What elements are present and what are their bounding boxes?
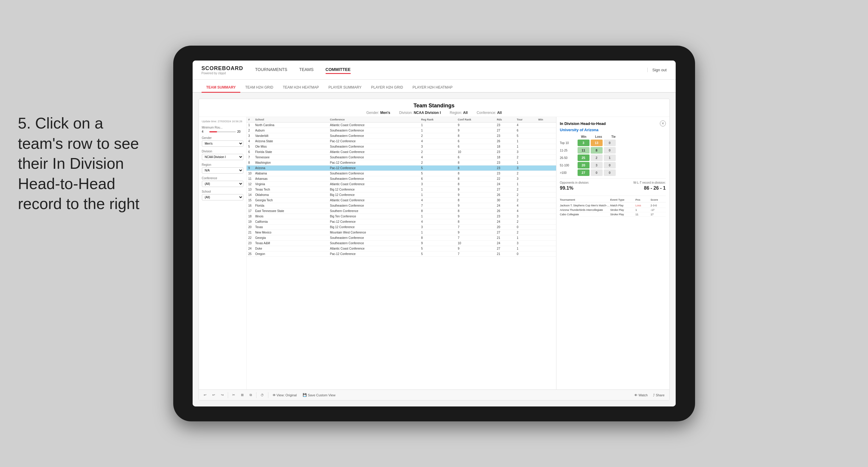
table-row[interactable]: 2 Auburn Southeastern Conference 1 9 27 …: [247, 128, 556, 133]
table-row[interactable]: 19 California Pac-12 Conference 4 8 24 2: [247, 219, 556, 224]
cell-conf-rank: 8: [456, 182, 495, 187]
cell-conf-rank: 7: [456, 224, 495, 230]
cell-conf-rank: 8: [456, 165, 495, 171]
filter-sidebar-division-select[interactable]: NCAA Division I NCAA Division II NCAA Di…: [202, 154, 243, 160]
filter-sidebar-gender-select[interactable]: Men's Women's: [202, 141, 243, 147]
save-custom-button[interactable]: 💾 Save Custom View: [301, 393, 337, 398]
sub-tab-team-h2h-grid[interactable]: TEAM H2H GRID: [240, 83, 278, 93]
share-button[interactable]: ⤴ Share: [651, 393, 666, 398]
share-label: Share: [656, 393, 664, 397]
tablet-screen: SCOREBOARD Powered by clippd TOURNAMENTS…: [193, 61, 676, 406]
table-row[interactable]: 16 Florida Southeastern Conference 7 9 2…: [247, 203, 556, 209]
table-row[interactable]: 18 Illinois Big Ten Conference 1 9 23 3: [247, 214, 556, 219]
filter-group-region: Region N/A: [202, 163, 243, 174]
table-row[interactable]: 1 North Carolina Atlantic Coast Conferen…: [247, 123, 556, 128]
filter-division-label: Division:: [399, 111, 413, 115]
cell-win: [536, 128, 556, 133]
cell-tour: 2: [515, 155, 536, 160]
cell-conf-rank: 9: [456, 214, 495, 219]
filter-region-label: Region:: [450, 111, 462, 115]
cell-rds: 18: [495, 144, 515, 149]
undo-button[interactable]: ↩: [202, 393, 208, 398]
table-row[interactable]: 6 Florida State Atlantic Coast Conferenc…: [247, 149, 556, 155]
h2h-divider: [560, 178, 666, 179]
nav-link-tournaments[interactable]: TOURNAMENTS: [255, 66, 287, 74]
table-row[interactable]: 5 Ole Miss Southeastern Conference 3 6 1…: [247, 144, 556, 149]
cell-reg-rank: 5: [419, 246, 456, 251]
table-row[interactable]: 14 Oklahoma Big 12 Conference 1 9 26 2: [247, 192, 556, 198]
nav-link-committee[interactable]: COMMITTEE: [326, 66, 351, 74]
table-row[interactable]: 10 Alabama Southeastern Conference 5 8 2…: [247, 171, 556, 176]
cell-reg-rank: 2: [419, 160, 456, 165]
cell-tour: 5: [515, 133, 536, 139]
filter-division: Division: NCAA Division I: [399, 111, 441, 115]
sub-tab-player-summary[interactable]: PLAYER SUMMARY: [324, 83, 367, 93]
filter-sidebar-region-select[interactable]: N/A: [202, 167, 243, 174]
table-row[interactable]: 8 Washington Pac-12 Conference 2 8 23 1: [247, 160, 556, 165]
h2h-close-button[interactable]: ✕: [660, 121, 666, 126]
cell-reg-rank: 1: [419, 192, 456, 198]
table-row[interactable]: 3 Vanderbilt Southeastern Conference 2 8…: [247, 133, 556, 139]
cell-win: [536, 203, 556, 209]
cell-reg-rank: 4: [419, 139, 456, 144]
table-row[interactable]: 12 Virginia Atlantic Coast Conference 3 …: [247, 182, 556, 187]
sub-tab-team-summary[interactable]: TEAM SUMMARY: [202, 83, 241, 93]
cell-school: Florida State: [253, 149, 328, 155]
h2h-opponents-value: 99.1%: [560, 186, 574, 191]
time-button[interactable]: ⏱: [259, 393, 266, 398]
cell-win: [536, 182, 556, 187]
sub-tab-player-h2h-heatmap[interactable]: PLAYER H2H HEATMAP: [408, 83, 457, 93]
table-row[interactable]: 11 Arkansas Southeastern Conference 6 8 …: [247, 176, 556, 182]
table-row[interactable]: 24 Duke Atlantic Coast Conference 5 9 27…: [247, 246, 556, 251]
cell-rank: 17: [247, 209, 253, 214]
min-rounds-slider[interactable]: [209, 131, 236, 132]
table-row[interactable]: 21 New Mexico Mountain West Conference 1…: [247, 230, 556, 235]
view-original-button[interactable]: 👁 View: Original: [271, 393, 299, 398]
h2h-record-value: 86 - 26 - 1: [644, 186, 666, 191]
undo2-button[interactable]: ↩: [211, 393, 217, 398]
sub-tab-player-h2h-grid[interactable]: PLAYER H2H GRID: [366, 83, 408, 93]
cell-win: [536, 214, 556, 219]
watch-button[interactable]: 👁 Watch: [632, 393, 649, 398]
table-row[interactable]: 4 Arizona State Pac-12 Conference 4 6 26…: [247, 139, 556, 144]
cell-win: [536, 123, 556, 128]
cell-reg-rank: 3: [419, 224, 456, 230]
tourney-row-2-type: Stroke Play: [610, 213, 636, 216]
scissors-button[interactable]: ✂: [230, 393, 237, 398]
table-row[interactable]: 15 Georgia Tech Atlantic Coast Conferenc…: [247, 198, 556, 203]
paste-button[interactable]: ⧉: [248, 393, 254, 398]
redo-button[interactable]: ↪: [219, 393, 225, 398]
cell-conference: Southern Conference: [328, 209, 419, 214]
sub-tab-team-h2h-heatmap[interactable]: TEAM H2H HEATMAP: [278, 83, 323, 93]
filter-region-value: All: [463, 111, 468, 115]
toolbar-right: 👁 Watch ⤴ Share: [632, 393, 666, 398]
nav-link-teams[interactable]: TEAMS: [299, 66, 313, 74]
copy-button[interactable]: ⊞: [239, 393, 245, 398]
cell-conf-rank: 9: [456, 230, 495, 235]
table-row[interactable]: 17 East Tennessee State Southern Confere…: [247, 209, 556, 214]
h2h-loss-header: Loss: [593, 135, 605, 138]
cell-conf-rank: 8: [456, 209, 495, 214]
tourney-row-0-pos: Loss: [636, 204, 651, 207]
cell-reg-rank: 2: [419, 149, 456, 155]
filter-sidebar-conference-select[interactable]: (All): [202, 181, 243, 187]
filter-group-gender: Gender Men's Women's: [202, 136, 243, 147]
filter-sidebar-school-select[interactable]: (All): [202, 194, 243, 200]
filter-gender: Gender: Men's: [367, 111, 390, 115]
cell-school: Virginia: [253, 182, 328, 187]
table-row[interactable]: 9 Arizona Pac-12 Conference 5 8 23 3: [247, 165, 556, 171]
tourney-row-1[interactable]: Arizona Thunderbirds Intercollegiate Str…: [560, 208, 666, 212]
cell-rds: 26: [495, 139, 515, 144]
filter-group-conference: Conference (All): [202, 177, 243, 187]
tourney-row-2[interactable]: Cabo Collegiate Stroke Play 11 17: [560, 212, 666, 217]
table-row[interactable]: 23 Texas A&M Southeastern Conference 9 1…: [247, 241, 556, 246]
cell-win: [536, 187, 556, 192]
table-row[interactable]: 22 Georgia Southeastern Conference 8 7 2…: [247, 235, 556, 241]
table-row[interactable]: 25 Oregon Pac-12 Conference 5 7 21 0: [247, 251, 556, 257]
table-row[interactable]: 7 Tennessee Southeastern Conference 4 6 …: [247, 155, 556, 160]
cell-tour: 2: [515, 230, 536, 235]
sign-out-button[interactable]: Sign out: [647, 68, 667, 72]
tourney-row-0[interactable]: Jackson T. Stephens Cup Men's Match-Play…: [560, 204, 666, 208]
table-row[interactable]: 13 Texas Tech Big 12 Conference 1 9 27 2: [247, 187, 556, 192]
table-row[interactable]: 20 Texas Big 12 Conference 3 7 20 0: [247, 224, 556, 230]
